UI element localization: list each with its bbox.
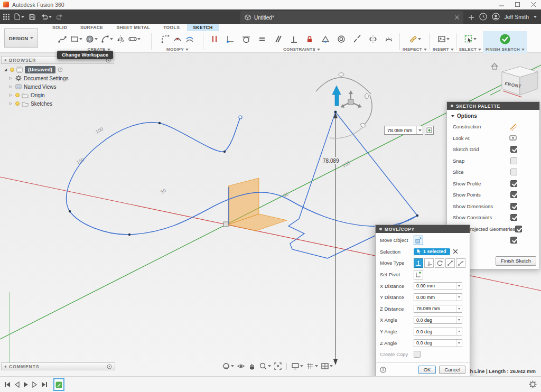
timeline-go-to-start-icon[interactable] [4, 381, 11, 388]
measure-icon[interactable] [407, 32, 422, 46]
dropdown-icon[interactable] [456, 340, 462, 347]
fillet-icon[interactable] [160, 32, 171, 46]
snap-checkbox[interactable] [510, 157, 517, 164]
dropdown-icon[interactable] [456, 316, 462, 323]
browser-item-sketches[interactable]: ▷ Sketches [3, 99, 114, 108]
job-status-icon[interactable] [479, 13, 487, 21]
ok-button[interactable]: OK [418, 366, 436, 374]
timeline-step-forward-icon[interactable] [32, 381, 38, 388]
clear-selection-icon[interactable] [453, 249, 458, 254]
slot-icon[interactable] [127, 32, 142, 46]
symmetry-icon[interactable] [367, 32, 379, 46]
dimension-value-input[interactable]: 78.089 mm [384, 126, 423, 135]
look-at-icon[interactable] [509, 134, 517, 142]
user-name[interactable]: Jeff Smith [505, 14, 529, 20]
tab-solid[interactable]: SOLID [46, 24, 73, 31]
minimize-button[interactable] [493, 0, 509, 10]
collapse-panel-icon[interactable] [4, 365, 6, 368]
timeline-gear-icon[interactable] [529, 380, 537, 388]
user-menu-caret-icon[interactable] [534, 16, 537, 18]
dropdown-icon[interactable] [456, 283, 462, 290]
rotate-handle[interactable] [365, 94, 368, 99]
expand-icon[interactable]: ▷ [8, 101, 13, 106]
browser-item-origin[interactable]: ▷ Origin [3, 91, 114, 99]
palette-options-section[interactable]: Options [447, 110, 539, 121]
curvature-icon[interactable] [383, 32, 395, 46]
mirror-icon[interactable] [115, 32, 126, 46]
expand-icon[interactable]: ◢ [3, 68, 8, 72]
look-at-icon[interactable] [237, 362, 245, 370]
file-menu-icon[interactable] [14, 13, 24, 20]
dropdown-icon[interactable] [456, 305, 462, 312]
panel-options-icon[interactable] [107, 364, 112, 369]
rectangle-icon[interactable] [69, 32, 83, 46]
dropdown-icon[interactable] [456, 328, 462, 335]
cancel-button[interactable]: Cancel [439, 366, 465, 374]
construction-icon[interactable] [509, 123, 517, 131]
select-icon[interactable] [463, 32, 478, 46]
visibility-bulb-icon[interactable] [15, 93, 20, 97]
show-profile-checkbox[interactable] [510, 180, 517, 187]
display-settings-icon[interactable] [291, 362, 303, 370]
z-distance-input[interactable]: 78.089 mm [414, 305, 462, 313]
concentric-icon[interactable] [335, 32, 347, 46]
dimension-driven-toggle-icon[interactable] [425, 126, 434, 135]
z-angle-input[interactable]: 0.0 deg [414, 339, 462, 347]
browser-root-document[interactable]: ◢ (Unsaved) [3, 66, 114, 74]
tab-surface[interactable]: SURFACE [74, 24, 109, 31]
workspace-selector-button[interactable]: DESIGN [4, 28, 38, 48]
viewcube[interactable]: FRONT [489, 58, 541, 104]
app-grid-icon[interactable] [3, 14, 10, 20]
sketch-palette-header[interactable]: SKETCH PALETTE [447, 102, 539, 110]
move-type-rotate-icon[interactable] [435, 258, 444, 268]
group-label-modify[interactable]: MODIFY [153, 47, 202, 52]
show-dimensions-checkbox[interactable] [510, 203, 517, 210]
viewcube-home-icon[interactable] [491, 63, 498, 69]
info-icon[interactable] [380, 367, 386, 373]
group-label-insert[interactable]: INSERT [431, 47, 456, 52]
profile-icon[interactable] [492, 13, 500, 21]
show-points-checkbox[interactable] [510, 191, 517, 198]
timeline-go-to-end-icon[interactable] [41, 381, 48, 388]
arc-icon[interactable] [99, 32, 114, 46]
zoom-icon[interactable] [259, 362, 271, 370]
visibility-bulb-icon[interactable] [10, 68, 14, 72]
pan-icon[interactable] [248, 362, 256, 370]
y-distance-input[interactable]: 0.00 mm [414, 293, 462, 301]
expand-icon[interactable]: ▷ [8, 85, 13, 89]
browser-item-named-views[interactable]: ▷ Named Views [3, 82, 114, 91]
timeline-step-back-icon[interactable] [14, 381, 20, 388]
tab-sketch[interactable]: SKETCH [187, 24, 218, 31]
sketch-grid-checkbox[interactable] [510, 146, 517, 153]
show-projected-geometries-checkbox[interactable] [515, 226, 522, 232]
collinear-icon[interactable] [351, 32, 363, 46]
y-angle-input[interactable]: 0.0 deg [414, 328, 462, 335]
tab-tools[interactable]: TOOLS [157, 24, 185, 31]
move-object-type-icon[interactable] [414, 236, 423, 245]
sketch-origin-handle[interactable] [223, 222, 228, 227]
group-label-finish-sketch[interactable]: FINISH SKETCH [483, 47, 527, 52]
rotate-handle[interactable] [339, 73, 344, 76]
comments-panel-header[interactable]: COMMENTS [1, 362, 115, 370]
create-copy-checkbox[interactable] [414, 351, 421, 358]
insert-canvas-icon[interactable] [436, 32, 451, 46]
document-name[interactable]: (Unsaved) [25, 66, 55, 73]
window-titlebar[interactable]: Autodesk Fusion 360 [0, 0, 541, 10]
orbit-icon[interactable] [222, 362, 234, 370]
browser-item-document-settings[interactable]: ▷ Document Settings [3, 74, 114, 82]
finish-sketch-button[interactable]: Finish Sketch [496, 256, 536, 266]
document-tab[interactable]: Untitled* [240, 11, 463, 24]
move-copy-dialog-header[interactable]: MOVE/COPY [376, 225, 470, 233]
tab-close-icon[interactable] [455, 15, 459, 20]
spline-open-endpoint[interactable] [239, 116, 242, 119]
save-icon[interactable] [29, 14, 35, 20]
maximize-button[interactable] [509, 0, 525, 10]
redo-icon[interactable] [57, 14, 64, 20]
midpoint-icon[interactable] [320, 32, 331, 46]
fit-icon[interactable] [274, 362, 282, 370]
expand-icon[interactable]: ▷ [8, 93, 13, 97]
grid-display-icon[interactable] [306, 362, 318, 370]
perpendicular-icon[interactable] [288, 32, 300, 46]
move-type-free-move-icon[interactable] [414, 258, 423, 268]
group-label-inspect[interactable]: INSPECT [401, 47, 428, 52]
